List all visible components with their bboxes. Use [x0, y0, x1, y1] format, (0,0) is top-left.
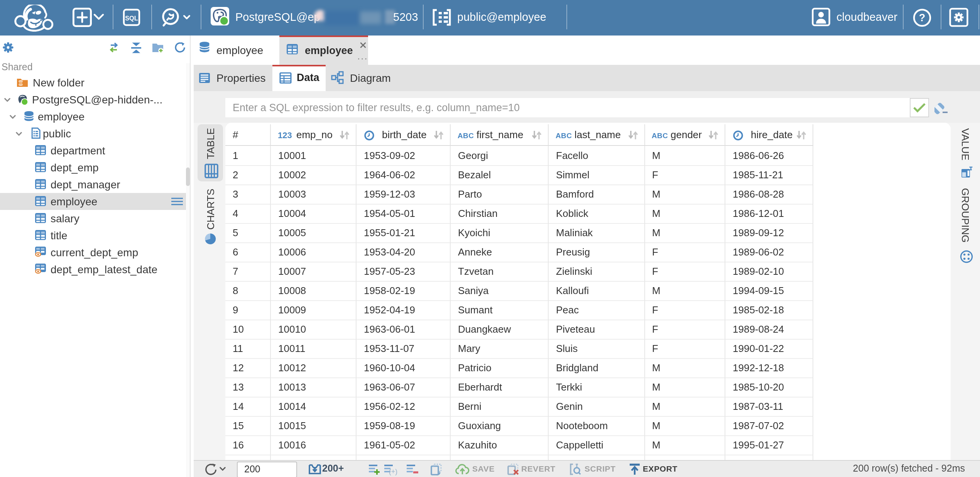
svg-text:(+): (+) [389, 468, 397, 475]
svg-text:SQL: SQL [125, 15, 138, 22]
svg-text:?: ? [919, 12, 926, 23]
